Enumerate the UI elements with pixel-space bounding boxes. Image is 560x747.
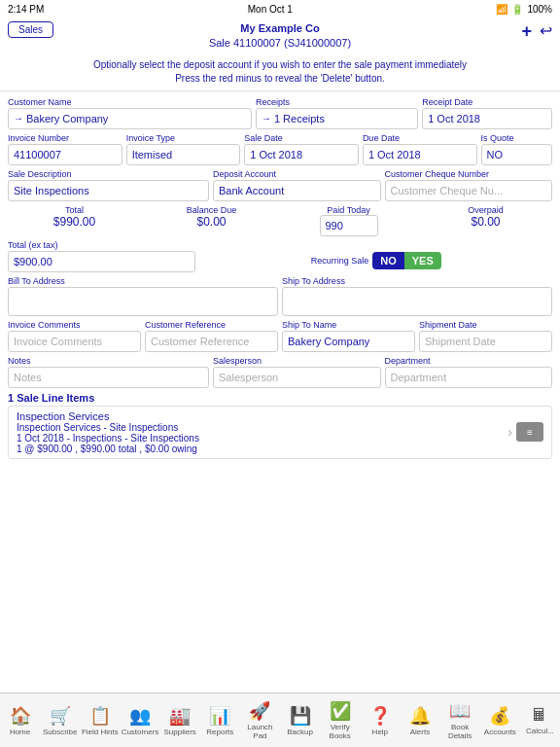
add-icon[interactable]: + bbox=[521, 21, 532, 42]
back-icon[interactable]: ↩ bbox=[540, 21, 552, 42]
notes-group: Notes Notes bbox=[8, 356, 209, 388]
paid-today-group: Paid Today 990 bbox=[282, 205, 415, 236]
tab-accounts-label: Accounts bbox=[484, 728, 516, 736]
invoice-type-field[interactable]: Itemised bbox=[126, 144, 241, 165]
notes-label: Notes bbox=[8, 356, 209, 366]
receipt-date-field[interactable]: 1 Oct 2018 bbox=[422, 108, 552, 129]
ship-to-field[interactable] bbox=[282, 287, 552, 316]
invoice-number-value: 41100007 bbox=[14, 149, 61, 160]
sales-button[interactable]: Sales bbox=[8, 21, 53, 38]
total-extax-value: $900.00 bbox=[14, 256, 52, 267]
invoice-comments-field[interactable]: Invoice Comments bbox=[8, 331, 141, 352]
ship-to-name-field[interactable]: Bakery Company bbox=[282, 331, 415, 352]
customer-name-field[interactable]: → Bakery Company bbox=[8, 108, 252, 129]
book-details-icon: 📖 bbox=[449, 700, 471, 722]
status-right: 📶 🔋 100% bbox=[496, 4, 552, 15]
line-item-edit-button[interactable]: ≡ bbox=[516, 422, 543, 442]
tab-book-details[interactable]: 📖 Book Details bbox=[440, 700, 480, 740]
tab-verify-books[interactable]: ✅ Verify Books bbox=[320, 700, 360, 740]
is-quote-field[interactable]: NO bbox=[481, 144, 553, 165]
notes-field[interactable]: Notes bbox=[8, 367, 209, 388]
ship-to-label: Ship To Address bbox=[282, 276, 552, 286]
customer-reference-field[interactable]: Customer Reference bbox=[145, 331, 278, 352]
reports-icon: 📊 bbox=[209, 705, 230, 727]
sale-description-field[interactable]: Site Inspections bbox=[8, 180, 209, 201]
line-item-chevron: › bbox=[508, 424, 512, 440]
row-addresses: Bill To Address Ship To Address bbox=[8, 276, 552, 316]
tab-field-hints-label: Field Hints bbox=[82, 728, 119, 736]
deposit-account-group: Deposit Account Bank Account bbox=[213, 169, 381, 201]
customer-name-group: Customer Name → Bakery Company bbox=[8, 97, 252, 129]
shipment-date-field[interactable]: Shipment Date bbox=[419, 331, 552, 352]
customer-cheque-placeholder: Customer Cheque Nu... bbox=[391, 185, 504, 196]
tab-customers[interactable]: 👥 Customers bbox=[120, 705, 159, 736]
tab-backup[interactable]: 💾 Backup bbox=[280, 705, 320, 736]
tab-help[interactable]: ❓ Help bbox=[360, 705, 400, 736]
tab-accounts[interactable]: 💰 Accounts bbox=[480, 705, 520, 736]
customer-name-label: Customer Name bbox=[8, 97, 252, 107]
customer-reference-label: Customer Reference bbox=[145, 320, 278, 330]
totals-row1: Total $990.00 Balance Due $0.00 Paid Tod… bbox=[8, 205, 552, 236]
sale-date-value: 1 Oct 2018 bbox=[250, 149, 302, 160]
tab-reports[interactable]: 📊 Reports bbox=[200, 705, 240, 736]
invoice-type-label: Invoice Type bbox=[126, 133, 241, 143]
customer-arrow: → bbox=[14, 113, 23, 124]
tab-home[interactable]: 🏠 Home bbox=[0, 705, 40, 736]
status-time: 2:14 PM bbox=[8, 4, 44, 15]
sale-date-field[interactable]: 1 Oct 2018 bbox=[244, 144, 359, 165]
notes-placeholder: Notes bbox=[14, 372, 42, 383]
customer-reference-group: Customer Reference Customer Reference bbox=[145, 320, 278, 352]
toggle-yes-button[interactable]: YES bbox=[404, 252, 441, 269]
calcul-icon: 🖩 bbox=[531, 705, 548, 726]
tab-alerts[interactable]: 🔔 Alerts bbox=[400, 705, 439, 736]
tab-backup-label: Backup bbox=[287, 728, 313, 736]
tab-launch-pad[interactable]: 🚀 Launch Pad bbox=[240, 700, 280, 740]
tab-calcul[interactable]: 🖩 Calcul... bbox=[520, 705, 560, 735]
sale-date-label: Sale Date bbox=[244, 133, 359, 143]
sale-date-group: Sale Date 1 Oct 2018 bbox=[244, 133, 359, 165]
tab-field-hints[interactable]: 📋 Field Hints bbox=[80, 705, 120, 736]
toggle-no-button[interactable]: NO bbox=[372, 252, 404, 269]
row-invoice: Invoice Number 41100007 Invoice Type Ite… bbox=[8, 133, 552, 165]
ship-to-name-group: Ship To Name Bakery Company bbox=[282, 320, 415, 352]
total-extax-label: Total (ex tax) bbox=[8, 240, 195, 250]
salesperson-field[interactable]: Salesperson bbox=[213, 367, 381, 388]
tab-suppliers[interactable]: 🏭 Suppliers bbox=[160, 705, 200, 736]
sales-nav[interactable]: Sales bbox=[8, 21, 53, 38]
line-item[interactable]: Inspection Services Inspection Services … bbox=[8, 406, 552, 459]
tab-suppliers-label: Suppliers bbox=[163, 728, 195, 736]
toggle-group: NO YES bbox=[372, 252, 441, 269]
paid-today-field[interactable]: 990 bbox=[320, 215, 378, 236]
tab-subscribe[interactable]: 🛒 Subscribe bbox=[40, 705, 80, 736]
customer-cheque-field[interactable]: Customer Cheque Nu... bbox=[385, 180, 553, 201]
due-date-field[interactable]: 1 Oct 2018 bbox=[363, 144, 477, 165]
total-extax-field: $900.00 bbox=[8, 251, 195, 272]
receipts-field[interactable]: → 1 Receipts bbox=[256, 108, 418, 129]
nav-actions: + ↩ bbox=[521, 21, 552, 42]
line-item-detail: 1 Oct 2018 - Inspections - Site Inspecti… bbox=[17, 433, 508, 444]
ship-to-name-label: Ship To Name bbox=[282, 320, 415, 330]
customer-cheque-label: Customer Cheque Number bbox=[385, 169, 553, 179]
sale-ref: Sale 41100007 (SJ41000007) bbox=[209, 36, 351, 51]
form-area: Customer Name → Bakery Company Receipts … bbox=[0, 93, 560, 465]
receipt-date-group: Receipt Date 1 Oct 2018 bbox=[422, 97, 552, 129]
bill-to-field[interactable] bbox=[8, 287, 278, 316]
invoice-comments-label: Invoice Comments bbox=[8, 320, 141, 330]
shipment-date-label: Shipment Date bbox=[419, 320, 552, 330]
deposit-account-field[interactable]: Bank Account bbox=[213, 180, 381, 201]
info-line1: Optionally select the deposit account if… bbox=[8, 58, 552, 72]
total-value: $990.00 bbox=[53, 215, 95, 229]
receipt-date-value: 1 Oct 2018 bbox=[428, 113, 480, 124]
line-items-title: 1 Sale Line Items bbox=[8, 392, 552, 404]
department-group: Department Department bbox=[385, 356, 553, 388]
is-quote-value: NO bbox=[487, 149, 504, 160]
customers-icon: 👥 bbox=[129, 705, 151, 727]
department-field[interactable]: Department bbox=[385, 367, 553, 388]
invoice-number-field[interactable]: 41100007 bbox=[8, 144, 122, 165]
invoice-number-label: Invoice Number bbox=[8, 133, 122, 143]
tab-verify-books-label: Verify Books bbox=[320, 723, 360, 740]
receipts-group: Receipts → 1 Receipts bbox=[256, 97, 418, 129]
due-date-value: 1 Oct 2018 bbox=[368, 149, 421, 160]
total-extax-group: Total (ex tax) $900.00 bbox=[8, 240, 195, 272]
recurring-group: Recurring Sale NO YES bbox=[199, 252, 552, 269]
